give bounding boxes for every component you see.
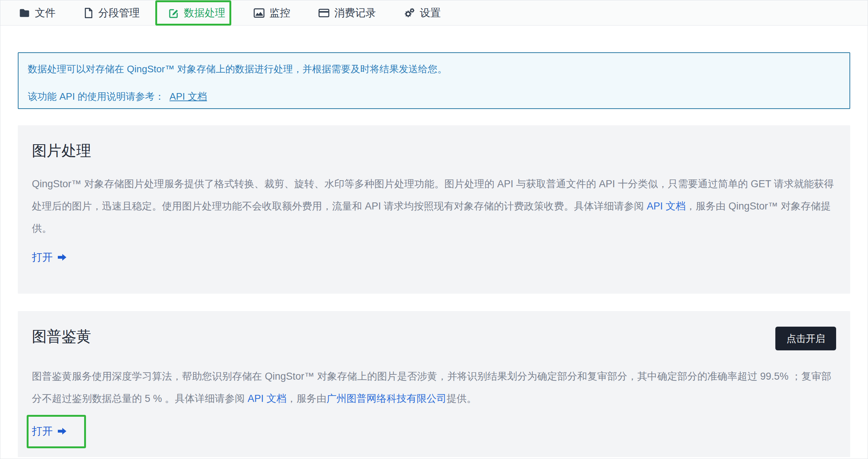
area-chart-icon [254,8,265,18]
description-text: ，服务由 [286,393,327,404]
arrow-right-icon [57,253,67,261]
open-label: 打开 [32,251,53,264]
open-label: 打开 [32,425,53,438]
nav-tab-label: 设置 [420,6,441,20]
api-doc-link[interactable]: API 文档 [248,393,286,404]
card-tupu-moderation: 图普鉴黄 点击开启 图普鉴黄服务使用深度学习算法，帮助您识别存储在 QingSt… [18,311,850,457]
nav-tab-billing[interactable]: 消费记录 [318,6,376,20]
api-doc-link[interactable]: API 文档 [647,201,686,212]
api-doc-link-banner[interactable]: API 文档 [169,91,207,102]
arrow-right-icon [57,427,67,435]
card-image-processing: 图片处理 QingStor™ 对象存储图片处理服务提供了格式转换、裁剪、旋转、水… [18,125,850,294]
banner-line2-prefix: 该功能 API 的使用说明请参考： [28,91,164,102]
card-description: QingStor™ 对象存储图片处理服务提供了格式转换、裁剪、旋转、水印等多种图… [32,173,836,240]
edit-icon [168,7,179,19]
nav-tab-label: 文件 [35,6,56,20]
open-link-tupu[interactable]: 打开 [32,425,67,438]
nav-tab-settings[interactable]: 设置 [404,6,441,20]
card-description: 图普鉴黄服务使用深度学习算法，帮助您识别存储在 QingStor™ 对象存储上的… [32,365,836,410]
card-title: 图普鉴黄 [32,327,91,346]
description-text: 提供。 [447,393,477,404]
file-icon [84,7,93,19]
gears-icon [404,7,415,19]
folder-icon [19,8,30,18]
nav-tab-label: 数据处理 [184,6,225,20]
nav-tab-monitoring[interactable]: 监控 [254,6,290,20]
enable-button[interactable]: 点击开启 [775,327,836,350]
nav-tab-label: 消费记录 [334,6,376,20]
tupu-company-link[interactable]: 广州图普网络科技有限公司 [327,393,447,404]
banner-line2: 该功能 API 的使用说明请参考：API 文档 [28,90,840,103]
nav-tab-files[interactable]: 文件 [19,6,56,20]
top-nav: 文件 分段管理 数据处理 监控 消费记录 [0,0,868,26]
banner-line1: 数据处理可以对存储在 QingStor™ 对象存储上的数据进行处理，并根据需要及… [28,63,840,75]
info-banner: 数据处理可以对存储在 QingStor™ 对象存储上的数据进行处理，并根据需要及… [18,52,850,109]
nav-tab-label: 分段管理 [98,6,140,20]
open-link-image-processing[interactable]: 打开 [32,251,67,264]
credit-card-icon [318,8,329,18]
console-page: 文件 分段管理 数据处理 监控 消费记录 [0,0,868,459]
nav-tab-label: 监控 [269,6,290,20]
nav-tab-multipart[interactable]: 分段管理 [84,6,140,20]
nav-tab-data-processing[interactable]: 数据处理 [168,6,225,20]
card-title: 图片处理 [32,125,836,160]
